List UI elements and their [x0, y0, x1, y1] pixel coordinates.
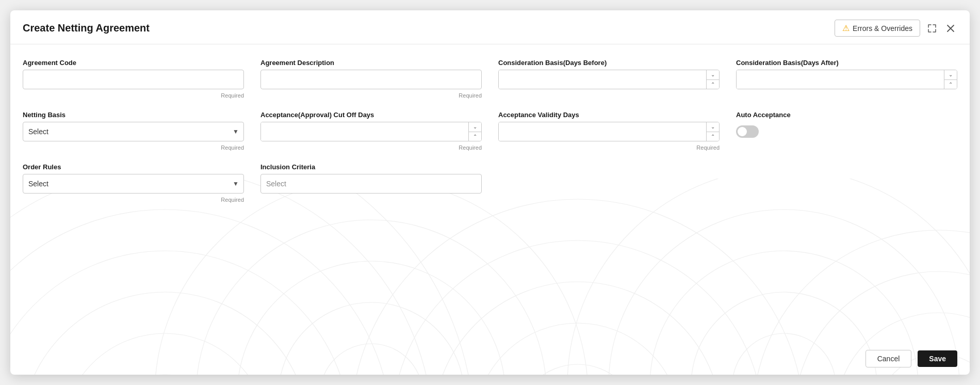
- svg-point-1: [62, 333, 268, 375]
- acceptance-cut-off-field: Acceptance(Approval) Cut Off Days ⌄ ⌃ Re…: [260, 111, 482, 151]
- consideration-basis-before-down-btn[interactable]: ⌄: [707, 70, 719, 80]
- svg-point-18: [691, 292, 877, 375]
- svg-point-4: [10, 210, 392, 375]
- inclusion-criteria-field: Inclusion Criteria: [260, 163, 482, 203]
- agreement-code-required: Required: [23, 92, 244, 99]
- agreement-description-required: Required: [260, 92, 482, 99]
- svg-point-8: [279, 302, 464, 375]
- warning-icon: ⚠: [842, 23, 850, 33]
- consideration-basis-after-spinner: ⌄ ⌃: [736, 70, 957, 89]
- errors-overrides-button[interactable]: ⚠ Errors & Overrides: [835, 20, 920, 37]
- modal-body: Agreement Code Required Agreement Descri…: [10, 44, 970, 213]
- header-actions: ⚠ Errors & Overrides: [835, 20, 957, 37]
- consideration-basis-before-input[interactable]: [499, 70, 706, 89]
- consideration-basis-after-field: Consideration Basis(Days After) ⌄ ⌃: [736, 59, 957, 99]
- cancel-button[interactable]: Cancel: [865, 350, 912, 367]
- order-rules-select-wrapper: Select ▼: [23, 174, 244, 194]
- svg-point-16: [351, 199, 805, 375]
- acceptance-cut-off-spinner-btns: ⌄ ⌃: [468, 122, 481, 141]
- auto-acceptance-label: Auto Acceptance: [736, 111, 957, 119]
- order-rules-field: Order Rules Select ▼ Required: [23, 163, 244, 203]
- netting-basis-select[interactable]: Select: [23, 122, 244, 141]
- errors-button-label: Errors & Overrides: [853, 24, 912, 33]
- inclusion-criteria-label: Inclusion Criteria: [260, 163, 482, 171]
- auto-acceptance-field: Auto Acceptance: [736, 111, 957, 151]
- svg-point-14: [433, 282, 722, 375]
- svg-point-2: [21, 292, 309, 375]
- svg-point-17: [732, 333, 836, 375]
- consideration-basis-after-input[interactable]: [737, 70, 944, 89]
- inclusion-criteria-input[interactable]: [260, 174, 482, 194]
- netting-basis-select-wrapper: Select ▼: [23, 122, 244, 141]
- consideration-basis-before-label: Consideration Basis(Days Before): [498, 59, 720, 67]
- agreement-code-label: Agreement Code: [23, 59, 244, 67]
- close-icon: [946, 24, 955, 33]
- consideration-basis-after-label: Consideration Basis(Days After): [736, 59, 957, 67]
- svg-point-9: [237, 261, 505, 375]
- modal-header: Create Netting Agreement ⚠ Errors & Over…: [10, 10, 970, 44]
- consideration-basis-before-spinner: ⌄ ⌃: [498, 70, 720, 89]
- modal-footer: Cancel Save: [853, 343, 970, 375]
- maximize-icon: [927, 24, 937, 33]
- consideration-basis-after-up-btn[interactable]: ⌃: [944, 80, 957, 89]
- svg-point-15: [392, 240, 763, 375]
- consideration-basis-before-field: Consideration Basis(Days Before) ⌄ ⌃: [498, 59, 720, 99]
- acceptance-validity-down-btn[interactable]: ⌄: [707, 122, 719, 132]
- agreement-description-field: Agreement Description Required: [260, 59, 482, 99]
- svg-point-12: [516, 364, 640, 375]
- acceptance-validity-label: Acceptance Validity Days: [498, 111, 720, 119]
- acceptance-validity-required: Required: [498, 145, 720, 151]
- acceptance-validity-input[interactable]: [499, 122, 706, 141]
- svg-point-3: [10, 251, 351, 375]
- consideration-basis-before-up-btn[interactable]: ⌃: [707, 80, 719, 89]
- acceptance-validity-up-btn[interactable]: ⌃: [707, 132, 719, 141]
- agreement-code-field: Agreement Code Required: [23, 59, 244, 99]
- auto-acceptance-toggle-wrapper: [736, 122, 957, 141]
- auto-acceptance-toggle[interactable]: [736, 125, 759, 138]
- svg-point-7: [320, 344, 423, 375]
- save-button[interactable]: Save: [918, 350, 957, 367]
- netting-basis-required: Required: [23, 145, 244, 151]
- order-rules-label: Order Rules: [23, 163, 244, 171]
- auto-acceptance-slider: [736, 125, 759, 138]
- acceptance-cut-off-input[interactable]: [261, 122, 468, 141]
- order-rules-select[interactable]: Select: [23, 174, 244, 194]
- acceptance-validity-field: Acceptance Validity Days ⌄ ⌃ Required: [498, 111, 720, 151]
- svg-point-10: [196, 220, 547, 375]
- netting-basis-label: Netting Basis: [23, 111, 244, 119]
- svg-point-13: [475, 323, 681, 375]
- acceptance-cut-off-spinner: ⌄ ⌃: [260, 122, 482, 141]
- agreement-description-label: Agreement Description: [260, 59, 482, 67]
- acceptance-validity-spinner-btns: ⌄ ⌃: [706, 122, 719, 141]
- acceptance-cut-off-up-btn[interactable]: ⌃: [469, 132, 481, 141]
- acceptance-validity-spinner: ⌄ ⌃: [498, 122, 720, 141]
- agreement-description-input[interactable]: [260, 70, 482, 89]
- acceptance-cut-off-label: Acceptance(Approval) Cut Off Days: [260, 111, 482, 119]
- order-rules-required: Required: [23, 197, 244, 203]
- maximize-button[interactable]: [925, 22, 939, 35]
- form-grid: Agreement Code Required Agreement Descri…: [23, 59, 957, 203]
- acceptance-cut-off-down-btn[interactable]: ⌄: [469, 122, 481, 132]
- close-button[interactable]: [944, 22, 957, 35]
- consideration-basis-after-spinner-btns: ⌄ ⌃: [944, 70, 957, 89]
- modal-title: Create Netting Agreement: [23, 22, 150, 34]
- acceptance-cut-off-required: Required: [260, 145, 482, 151]
- consideration-basis-after-down-btn[interactable]: ⌄: [944, 70, 957, 80]
- netting-basis-field: Netting Basis Select ▼ Required: [23, 111, 244, 151]
- create-netting-agreement-modal: Create Netting Agreement ⚠ Errors & Over…: [10, 10, 970, 375]
- consideration-basis-before-spinner-btns: ⌄ ⌃: [706, 70, 719, 89]
- agreement-code-input[interactable]: [23, 70, 244, 89]
